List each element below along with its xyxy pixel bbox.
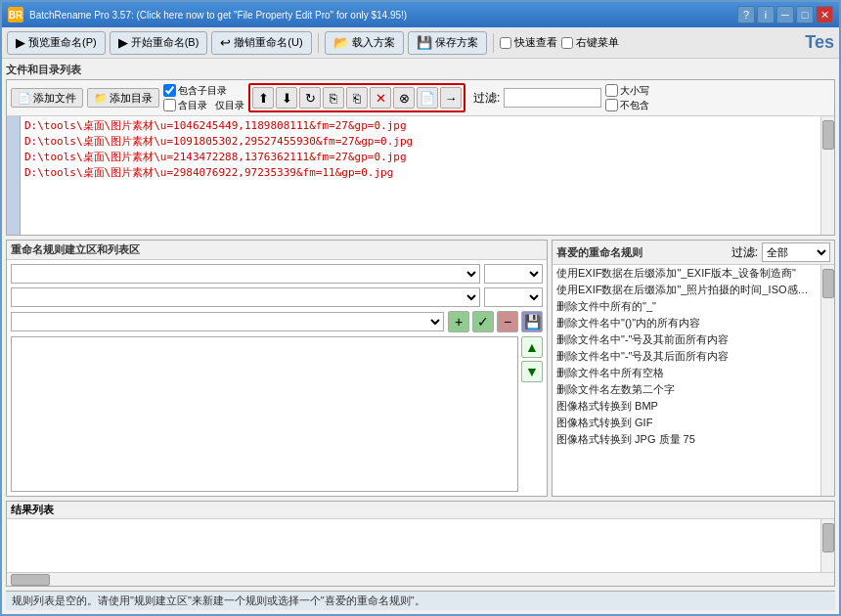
top-right-text: Tes (805, 32, 834, 53)
add-rule-button[interactable]: + (448, 311, 469, 332)
file-section: 📄 添加文件 📁 添加目录 包含子目录 含 (6, 79, 835, 236)
case-checkbox[interactable] (605, 84, 618, 97)
remove-rule-button[interactable]: − (497, 311, 518, 332)
info-button[interactable]: i (757, 6, 775, 23)
file-list[interactable]: D:\tools\桌面\图片素材\u=1046245449,1189808111… (21, 116, 820, 235)
undo-rename-button[interactable]: ↩ 撤销重命名(U) (211, 31, 311, 55)
favorites-list-item[interactable]: 删除文件名中所有空格 (553, 365, 820, 381)
not-include-label: 不包含 (620, 99, 649, 112)
rule-combo-1b[interactable] (484, 264, 543, 284)
add-file-button[interactable]: 📄 添加文件 (11, 88, 83, 108)
not-include-checkbox[interactable] (605, 99, 618, 111)
not-include-row[interactable]: 不包含 (605, 99, 649, 112)
file-list-item[interactable]: D:\tools\桌面\图片素材\u=2143472288,1376362111… (24, 150, 817, 165)
result-title: 结果列表 (7, 502, 834, 519)
favorites-list-item[interactable]: 使用EXIF数据在后缀添加"_EXIF版本_设备制造商" (553, 265, 820, 282)
favorites-scrollbar[interactable] (820, 265, 834, 496)
file-list-item[interactable]: D:\tools\桌面\图片素材\u=1091805302,2952745593… (24, 134, 817, 150)
include-sub-checkbox[interactable] (163, 84, 176, 97)
right-menu-label: 右键菜单 (576, 35, 619, 50)
minimize-button[interactable]: ─ (776, 6, 794, 23)
favorites-list-item[interactable]: 删除文件中所有的"_" (553, 298, 820, 315)
favorites-list-item[interactable]: 删除文件名中"-"号及其后面所有内容 (553, 348, 820, 365)
rule-row-1 (11, 264, 543, 284)
doc-button[interactable]: 📄 (417, 87, 438, 109)
window-title: BatchRename Pro 3.57: (Click here now to… (29, 10, 407, 21)
main-window: BR BatchRename Pro 3.57: (Click here now… (0, 0, 841, 616)
result-h-scrollbar[interactable] (7, 572, 834, 586)
clear-button[interactable]: ⊗ (393, 87, 415, 109)
right-menu-checkbox[interactable] (561, 37, 573, 49)
maximize-button[interactable]: □ (796, 6, 814, 23)
scroll-thumb[interactable] (822, 120, 834, 150)
all-dir-label: 含目录 (178, 99, 207, 112)
rule-combo-2[interactable] (11, 287, 480, 307)
file-list-scrollbar[interactable] (820, 116, 834, 235)
favorites-list-item[interactable]: 图像格式转换到 JPG 质量 75 (553, 431, 820, 448)
save-rule-button[interactable]: 💾 (521, 311, 543, 332)
rules-body: + ✓ − 💾 ▲ ▼ (7, 260, 547, 496)
favorites-list-wrapper: 使用EXIF数据在后缀添加"_EXIF版本_设备制造商"使用EXIF数据在后缀添… (553, 265, 834, 496)
result-h-thumb[interactable] (11, 574, 50, 586)
fav-scroll-thumb[interactable] (822, 269, 834, 298)
file-list-item[interactable]: D:\tools\桌面\图片素材\u=1046245449,1189808111… (24, 118, 817, 134)
all-dir-checkbox[interactable] (163, 99, 176, 111)
favorites-list-item[interactable]: 使用EXIF数据在后缀添加"_照片拍摄的时间_ISO感光度" (553, 282, 820, 298)
main-toolbar: ▶ 预览重命名(P) ▶ 开始重命名(B) ↩ 撤销重命名(U) 📂 载入方案 … (2, 27, 839, 59)
delete-button[interactable]: ✕ (370, 87, 391, 109)
favorites-filter-area: 过滤: 全部常用文件名扩展名 (731, 242, 830, 262)
all-dir-row[interactable]: 含目录 仅目录 (163, 99, 244, 112)
file-toolbar: 📄 添加文件 📁 添加目录 包含子目录 含 (7, 80, 834, 116)
result-scrollbar[interactable] (820, 519, 834, 572)
include-sub-label: 包含子目录 (178, 84, 227, 98)
rule-move-up-button[interactable]: ▲ (521, 336, 543, 358)
result-scroll-thumb[interactable] (822, 523, 834, 552)
quick-view-check[interactable]: 快速查看 (500, 35, 557, 50)
include-sub-row[interactable]: 包含子目录 (163, 84, 244, 98)
rule-combo-1[interactable] (11, 264, 480, 284)
favorites-filter-select[interactable]: 全部常用文件名扩展名 (762, 242, 830, 262)
case-row[interactable]: 大小写 (605, 84, 649, 98)
close-button[interactable]: ✕ (816, 6, 833, 23)
file-list-item[interactable]: D:\tools\桌面\图片素材\u=2984076922,97235339&f… (24, 165, 817, 181)
save-scheme-button[interactable]: 💾 保存方案 (408, 31, 487, 55)
rules-list[interactable] (11, 336, 518, 492)
filter-label: 过滤: (473, 90, 500, 107)
file-section-container: 文件和目录列表 📄 添加文件 📁 添加目录 包含子目录 (6, 63, 835, 236)
dir-options: 包含子目录 含目录 仅目录 (163, 84, 244, 112)
export-button[interactable]: → (440, 87, 462, 109)
start-rename-button[interactable]: ▶ 开始重命名(B) (110, 31, 208, 55)
filter-input[interactable] (504, 88, 601, 108)
add-dir-button[interactable]: 📁 添加目录 (87, 88, 159, 108)
status-text: 规则列表是空的。请使用"规则建立区"来新建一个规则或选择一个"喜爱的重命名规则"… (12, 594, 425, 606)
preview-rename-button[interactable]: ▶ 预览重命名(P) (7, 31, 106, 55)
favorites-list-item[interactable]: 图像格式转换到 GIF (553, 415, 820, 431)
help-button[interactable]: ? (737, 6, 755, 23)
quick-view-label: 快速查看 (514, 35, 557, 50)
file-section-title: 文件和目录列表 (6, 63, 835, 77)
copy-button[interactable]: ⎘ (323, 87, 344, 109)
rule-combo-2b[interactable] (484, 287, 543, 307)
refresh-button[interactable]: ↻ (299, 87, 321, 109)
tab-left (7, 116, 21, 235)
quick-view-checkbox[interactable] (500, 37, 511, 49)
move-down-button[interactable]: ⬇ (276, 87, 297, 109)
load-scheme-button[interactable]: 📂 载入方案 (325, 31, 404, 55)
paste-button[interactable]: ⎗ (346, 87, 368, 109)
rule-move-down-button[interactable]: ▼ (521, 361, 543, 382)
result-list[interactable] (7, 519, 820, 558)
favorites-list-item[interactable]: 图像格式转换到 BMP (553, 398, 820, 415)
rule-combo-3[interactable] (11, 312, 444, 331)
window-controls: ? i ─ □ ✕ (737, 6, 833, 23)
title-bar-left: BR BatchRename Pro 3.57: (Click here now… (8, 7, 407, 22)
rule-row-3: + ✓ − 💾 (11, 311, 543, 332)
favorites-list-item[interactable]: 删除文件名中"-"号及其前面所有内容 (553, 331, 820, 348)
move-up-button[interactable]: ⬆ (252, 87, 274, 109)
favorites-list[interactable]: 使用EXIF数据在后缀添加"_EXIF版本_设备制造商"使用EXIF数据在后缀添… (553, 265, 820, 496)
favorites-list-item[interactable]: 删除文件名中"()"内的所有内容 (553, 315, 820, 331)
bottom-area: 重命名规则建立区和列表区 + ✓ (6, 240, 835, 497)
right-menu-check[interactable]: 右键菜单 (561, 35, 619, 50)
confirm-rule-button[interactable]: ✓ (472, 311, 494, 332)
add-file-label: 添加文件 (33, 91, 76, 106)
favorites-list-item[interactable]: 删除文件名左数第二个字 (553, 381, 820, 398)
